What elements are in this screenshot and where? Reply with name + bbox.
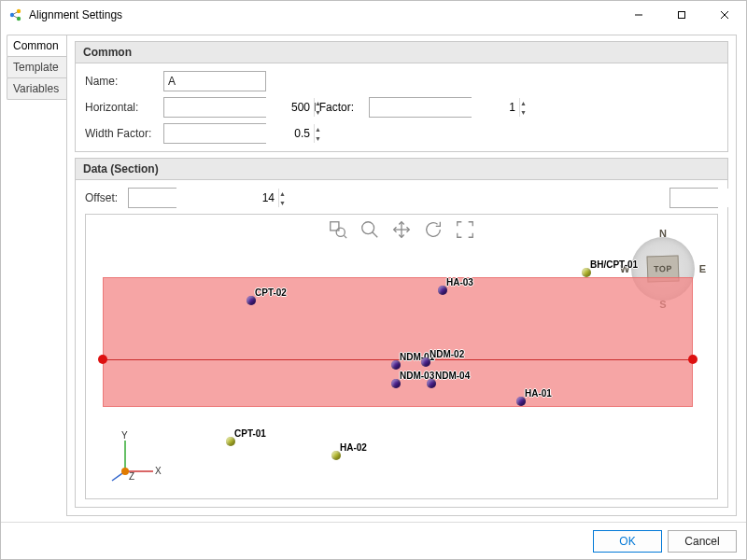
data-point-label: HA-02 — [340, 442, 367, 453]
cancel-button[interactable]: Cancel — [668, 530, 737, 553]
spinner-up-icon[interactable]: ▲ — [279, 189, 286, 198]
tab-content: Common Name: Horizontal: ▲▼ Ve — [66, 35, 737, 516]
spinner-up-icon[interactable]: ▲ — [520, 98, 527, 107]
ok-button[interactable]: OK — [593, 530, 662, 553]
tab-common[interactable]: Common — [7, 35, 66, 57]
section-viewer[interactable]: TOP N S E W CPT-02HA-03BH/CPT-01NDM-01ND… — [85, 214, 718, 499]
side-tabs: Common Template Variables — [7, 35, 66, 516]
maximize-button[interactable] — [660, 1, 703, 29]
titlebar: Alignment Settings — [1, 1, 746, 29]
spinner-up-icon[interactable]: ▲ — [315, 124, 321, 133]
data-header: Data (Section) — [76, 159, 727, 180]
axes-gizmo: X Y Z — [106, 429, 162, 485]
svg-point-23 — [121, 468, 129, 475]
spinner-up-icon[interactable]: ▲ — [315, 98, 321, 107]
data-point-label: HA-03 — [446, 277, 473, 287]
data-point-label: CPT-01 — [234, 428, 266, 439]
offset-label: Offset: — [85, 191, 128, 204]
scene: CPT-02HA-03BH/CPT-01NDM-01NDM-02NDM-03ND… — [86, 215, 717, 498]
common-header: Common — [76, 42, 727, 63]
app-icon — [8, 7, 23, 22]
data-point-label: CPT-02 — [255, 287, 287, 298]
data-point-label: HA-01 — [525, 388, 552, 399]
spinner-down-icon[interactable]: ▼ — [279, 198, 286, 207]
offset-spinner[interactable]: ▲▼ — [128, 188, 176, 208]
vertical-factor-spinner[interactable]: ▲▼ — [369, 97, 472, 118]
svg-rect-6 — [679, 12, 685, 19]
tab-template[interactable]: Template — [7, 56, 66, 78]
name-input[interactable] — [163, 71, 266, 91]
data-point-label: BH/CPT-01 — [590, 259, 638, 270]
dialog-window: Alignment Settings Common Template Varia… — [0, 0, 747, 560]
horizontal-label: Horizontal: — [85, 101, 158, 114]
spinner-down-icon[interactable]: ▼ — [315, 107, 321, 117]
svg-text:X: X — [155, 466, 162, 476]
svg-text:Z: Z — [129, 471, 134, 482]
data-section: Data (Section) Offset: ▲▼ — [75, 158, 728, 508]
width-factor-label: Width Factor: — [85, 127, 158, 140]
dialog-footer: OK Cancel — [1, 522, 746, 559]
svg-line-3 — [14, 12, 18, 14]
horizontal-spinner[interactable]: ▲▼ — [163, 97, 266, 118]
data-point-label: NDM-04 — [435, 371, 470, 381]
dialog-body: Common Template Variables Common Name: H… — [1, 29, 746, 559]
common-section: Common Name: Horizontal: ▲▼ Ve — [75, 41, 728, 152]
tab-variables[interactable]: Variables — [7, 77, 66, 100]
right-spinner[interactable]: ▲▼ — [669, 188, 718, 208]
spinner-down-icon[interactable]: ▼ — [520, 107, 527, 117]
data-point-label: NDM-02 — [430, 349, 464, 359]
spinner-down-icon[interactable]: ▼ — [315, 133, 321, 143]
alignment-endpoint[interactable] — [98, 355, 107, 364]
minimize-button[interactable] — [617, 1, 660, 29]
close-button[interactable] — [703, 1, 746, 29]
alignment-endpoint[interactable] — [688, 355, 698, 364]
svg-text:Y: Y — [121, 430, 128, 441]
svg-line-4 — [14, 16, 18, 18]
window-title: Alignment Settings — [29, 8, 617, 21]
name-label: Name: — [85, 75, 158, 88]
width-factor-spinner[interactable]: ▲▼ — [163, 123, 266, 144]
